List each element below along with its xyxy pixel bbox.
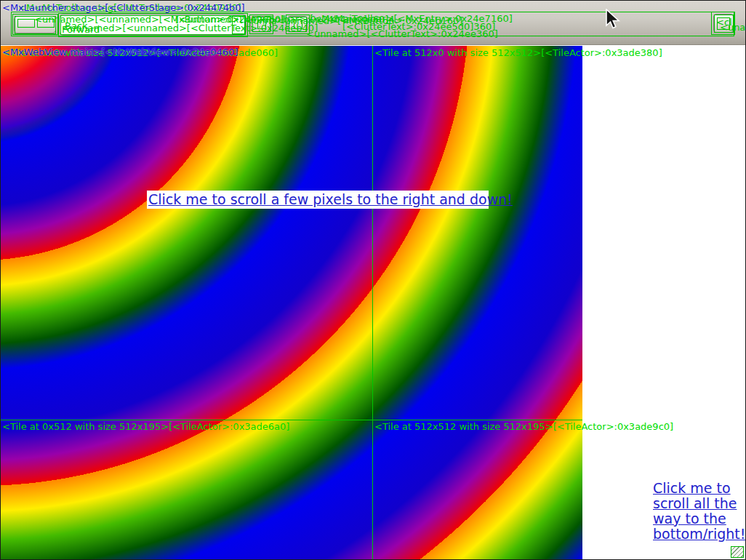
tile-boundary-vertical bbox=[372, 46, 373, 560]
tile-boundary-horizontal bbox=[1, 420, 582, 420]
link-line: scroll all the bbox=[653, 496, 740, 511]
debug-outline bbox=[257, 20, 266, 29]
scroll-bottom-right-link[interactable]: Click me to scroll all the way to the bo… bbox=[653, 481, 740, 542]
debug-outline bbox=[294, 20, 302, 29]
link-line: way to the bbox=[653, 511, 740, 527]
resize-grip-icon[interactable] bbox=[731, 546, 744, 558]
webview-rainbow-content bbox=[1, 46, 582, 560]
debug-outline bbox=[60, 15, 246, 35]
debug-outline bbox=[17, 19, 35, 28]
link-line: bottom/right! bbox=[653, 527, 740, 542]
mx-launcher-window: <M<MxToolbar stag[<MxToolbar>:0x24b0920]… bbox=[0, 0, 746, 560]
link-line: Click me to bbox=[653, 481, 740, 496]
scroll-few-pixels-link[interactable]: Click me to scroll a few pixels to the r… bbox=[147, 191, 489, 209]
debug-outline bbox=[232, 16, 245, 34]
debug-outline bbox=[717, 17, 730, 30]
debug-outline bbox=[37, 19, 55, 28]
toolbar: <M<MxToolbar stag[<MxToolbar>:0x24b0920]… bbox=[1, 1, 745, 45]
